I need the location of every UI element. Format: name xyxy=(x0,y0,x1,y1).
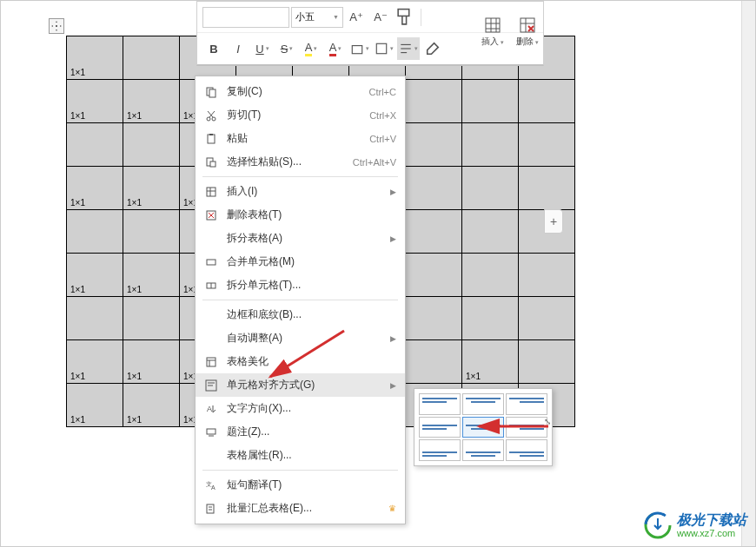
batch-icon xyxy=(202,501,220,517)
increase-font-button[interactable]: A⁺ xyxy=(345,6,368,29)
delete-table-icon xyxy=(202,208,220,223)
align-top-right[interactable] xyxy=(506,393,547,415)
svg-point-18 xyxy=(207,117,210,121)
svg-rect-25 xyxy=(210,161,216,167)
paste-special-icon xyxy=(202,155,220,170)
decrease-font-button[interactable]: A⁻ xyxy=(369,6,392,29)
menu-cut[interactable]: 剪切(T) Ctrl+X xyxy=(196,103,405,127)
add-column-button[interactable]: + xyxy=(544,209,563,234)
svg-point-19 xyxy=(212,117,216,121)
highlight-button[interactable]: A▾ xyxy=(300,37,322,60)
table-cell[interactable]: 1×1 xyxy=(67,36,123,80)
menu-paste[interactable]: 粘贴 Ctrl+V xyxy=(196,127,405,150)
menu-cell-alignment[interactable]: 单元格对齐方式(G) ▶ xyxy=(196,373,405,397)
align-middle-right[interactable] xyxy=(506,417,547,438)
svg-rect-46 xyxy=(207,504,214,513)
merge-icon xyxy=(202,254,220,270)
align-top-center[interactable] xyxy=(462,393,504,415)
align-bottom-center[interactable] xyxy=(462,439,504,461)
watermark-title: 极光下载站 xyxy=(677,512,746,528)
underline-button[interactable]: U▾ xyxy=(251,37,274,60)
insert-icon xyxy=(202,184,220,200)
font-name-input[interactable] xyxy=(202,7,289,28)
align-button[interactable]: ▾ xyxy=(397,37,420,60)
menu-properties[interactable]: 表格属性(R)... xyxy=(196,444,405,467)
svg-rect-6 xyxy=(486,18,500,32)
copy-icon xyxy=(202,84,220,100)
text-direction-icon: A xyxy=(202,401,220,417)
table-move-handle[interactable] xyxy=(49,18,64,34)
table-cell[interactable]: 1×1 xyxy=(67,340,123,384)
svg-rect-1 xyxy=(352,46,361,54)
menu-batch[interactable]: 批量汇总表格(E)... ♛ xyxy=(196,497,405,520)
menu-paste-special[interactable]: 选择性粘贴(S)... Ctrl+Alt+V xyxy=(196,150,405,174)
align-bottom-left[interactable] xyxy=(419,439,461,461)
format-painter-button[interactable] xyxy=(394,6,416,29)
watermark: 极光下载站 www.xz7.com xyxy=(644,511,746,539)
align-icon xyxy=(202,378,220,393)
menu-split-table[interactable]: 拆分表格(A) ▶ xyxy=(196,227,405,250)
shading-button[interactable]: ▾ xyxy=(348,37,371,60)
table-cell[interactable]: 1×1 xyxy=(67,254,123,297)
svg-rect-42 xyxy=(207,429,216,434)
italic-button[interactable]: I xyxy=(227,37,249,60)
align-top-left[interactable] xyxy=(419,393,461,415)
svg-rect-26 xyxy=(207,188,216,196)
menu-text-direction[interactable]: A 文字方向(X)... xyxy=(196,397,405,420)
watermark-logo-icon xyxy=(644,511,672,539)
translate-icon: 文A xyxy=(202,478,220,493)
menu-copy[interactable]: 复制(C) Ctrl+C xyxy=(196,80,405,103)
svg-rect-0 xyxy=(398,9,409,16)
beautify-icon xyxy=(202,354,220,370)
align-middle-left[interactable] xyxy=(419,417,461,438)
watermark-url: www.xz7.com xyxy=(677,528,746,538)
menu-autofit[interactable]: 自动调整(A) ▶ xyxy=(196,326,405,350)
crown-icon: ♛ xyxy=(388,504,396,513)
eraser-button[interactable] xyxy=(421,37,444,60)
menu-borders[interactable]: 边框和底纹(B)... xyxy=(196,303,405,326)
menu-insert[interactable]: 插入(I) ▶ xyxy=(196,180,405,203)
context-menu: 复制(C) Ctrl+C 剪切(T) Ctrl+X 粘贴 Ctrl+V 选择性粘… xyxy=(195,76,406,524)
alignment-submenu xyxy=(414,388,553,466)
font-size-select[interactable]: 小五▼ xyxy=(291,7,343,28)
font-color-button[interactable]: A▾ xyxy=(324,37,347,60)
svg-rect-22 xyxy=(208,135,215,143)
svg-rect-23 xyxy=(209,134,213,135)
split-icon xyxy=(202,278,220,293)
align-bottom-right[interactable] xyxy=(506,439,547,461)
svg-rect-17 xyxy=(209,89,216,97)
cut-icon xyxy=(202,108,220,123)
table-cell[interactable]: 1×1 xyxy=(67,384,123,427)
table-cell[interactable]: 1×1 xyxy=(67,167,123,210)
menu-delete-table[interactable]: 删除表格(T) xyxy=(196,203,405,227)
svg-rect-32 xyxy=(207,260,216,265)
strikethrough-button[interactable]: S▾ xyxy=(275,37,298,60)
delete-table-button[interactable]: 删除▾ xyxy=(510,6,545,58)
menu-caption[interactable]: 题注(Z)... xyxy=(196,420,405,444)
menu-beautify[interactable]: 表格美化 xyxy=(196,350,405,373)
table-cell[interactable]: 1×1 xyxy=(67,80,123,123)
menu-split-cells[interactable]: 拆分单元格(T)... xyxy=(196,274,405,297)
bold-button[interactable]: B xyxy=(202,37,225,60)
svg-rect-35 xyxy=(207,358,216,366)
floating-toolbar: 小五▼ A⁺ A⁻ B I U▾ S▾ A▾ A▾ ▾ ▾ ▾ 插入▾ 删除▾ xyxy=(196,1,544,66)
insert-table-button[interactable]: 插入▾ xyxy=(475,6,510,58)
align-middle-center[interactable] xyxy=(462,417,504,438)
svg-text:A: A xyxy=(211,484,216,491)
menu-translate[interactable]: 文A 短句翻译(T) xyxy=(196,473,405,497)
caption-icon xyxy=(202,425,220,440)
svg-rect-2 xyxy=(376,43,386,53)
vertical-scrollbar[interactable] xyxy=(741,1,755,546)
paste-icon xyxy=(202,131,220,147)
border-button[interactable]: ▾ xyxy=(373,37,395,60)
table-resize-handle[interactable]: ⤡ xyxy=(544,417,556,429)
menu-merge-cells[interactable]: 合并单元格(M) xyxy=(196,250,405,274)
svg-text:A: A xyxy=(207,405,212,413)
